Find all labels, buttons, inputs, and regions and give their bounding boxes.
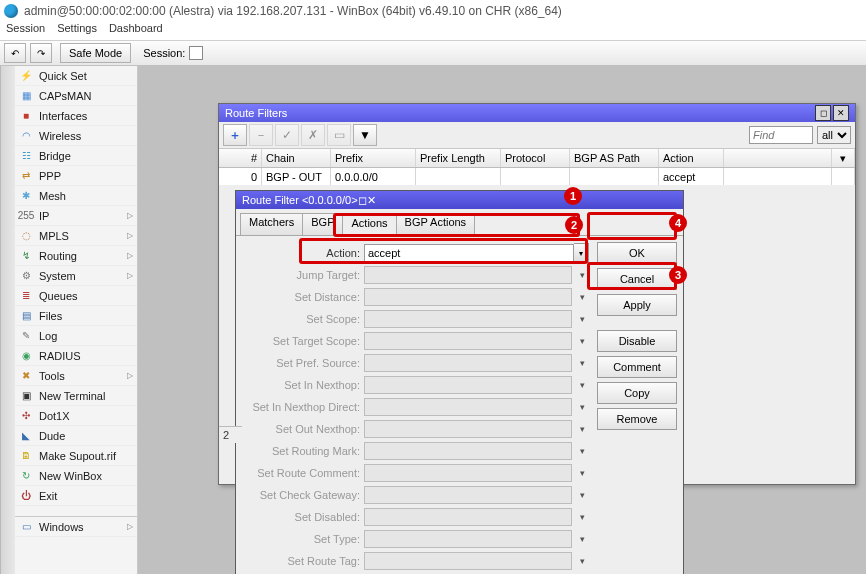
- chevron-down-icon[interactable]: ▾: [574, 243, 589, 263]
- sidebar-item-label: Tools: [39, 370, 65, 382]
- window-restore-icon[interactable]: ◻: [815, 105, 831, 121]
- scope-select[interactable]: all: [817, 126, 851, 144]
- disabled-field: [364, 288, 572, 306]
- remove-button[interactable]: －: [249, 124, 273, 146]
- comment-button[interactable]: Comment: [597, 356, 677, 378]
- form-row: Set In Nexthop Direct:▾: [242, 396, 589, 418]
- dialog-restore-icon[interactable]: ◻: [358, 194, 367, 207]
- sidebar-item-label: CAPsMAN: [39, 90, 92, 102]
- tab-actions[interactable]: Actions: [342, 214, 396, 236]
- expand-icon[interactable]: ▾: [575, 378, 589, 392]
- sidebar-item[interactable]: ▣New Terminal: [15, 386, 137, 406]
- sidebar-icon: ⏻: [19, 489, 33, 503]
- sidebar-item[interactable]: ⇄PPP: [15, 166, 137, 186]
- enable-button[interactable]: ✓: [275, 124, 299, 146]
- sidebar-item[interactable]: ◠Wireless: [15, 126, 137, 146]
- sidebar-item[interactable]: ↯Routing▷: [15, 246, 137, 266]
- route-filters-grid[interactable]: # Chain Prefix Prefix Length Protocol BG…: [219, 149, 855, 186]
- expand-icon[interactable]: ▾: [575, 268, 589, 282]
- apply-button[interactable]: Apply: [597, 294, 677, 316]
- disabled-field: [364, 530, 572, 548]
- form-row: Set In Nexthop:▾: [242, 374, 589, 396]
- sidebar-item[interactable]: ✣Dot1X: [15, 406, 137, 426]
- find-input[interactable]: [749, 126, 813, 144]
- sidebar-item[interactable]: ⚙System▷: [15, 266, 137, 286]
- expand-icon[interactable]: ▾: [575, 444, 589, 458]
- sidebar-item[interactable]: 255IP▷: [15, 206, 137, 226]
- expand-icon[interactable]: ▾: [575, 532, 589, 546]
- menu-settings[interactable]: Settings: [57, 22, 97, 40]
- sidebar-item[interactable]: ↻New WinBox: [15, 466, 137, 486]
- sidebar-item[interactable]: ◉RADIUS: [15, 346, 137, 366]
- sidebar-item[interactable]: ▦CAPsMAN: [15, 86, 137, 106]
- disable-button[interactable]: Disable: [597, 330, 677, 352]
- sidebar-item[interactable]: ◣Dude: [15, 426, 137, 446]
- sidebar-item-label: New Terminal: [39, 390, 105, 402]
- expand-icon[interactable]: ▾: [575, 554, 589, 568]
- sidebar-item[interactable]: ☷Bridge: [15, 146, 137, 166]
- remove-button[interactable]: Remove: [597, 408, 677, 430]
- window-close-icon[interactable]: ✕: [833, 105, 849, 121]
- add-button[interactable]: ＋: [223, 124, 247, 146]
- cancel-button[interactable]: Cancel: [597, 268, 677, 290]
- sidebar-item-label: Windows: [39, 521, 84, 533]
- sidebar-icon: ■: [19, 109, 33, 123]
- tab-matchers[interactable]: Matchers: [240, 213, 303, 235]
- expand-icon[interactable]: ▾: [575, 466, 589, 480]
- action-select[interactable]: accept: [364, 244, 574, 262]
- grid-header: # Chain Prefix Prefix Length Protocol BG…: [219, 149, 855, 168]
- table-row[interactable]: 0 BGP - OUT 0.0.0.0/0 accept: [219, 168, 855, 186]
- sidebar-item[interactable]: ▭Windows▷: [15, 516, 137, 537]
- sidebar-icon: ◣: [19, 429, 33, 443]
- sidebar-item-label: IP: [39, 210, 49, 222]
- form-row: Set Scope:▾: [242, 308, 589, 330]
- expand-icon[interactable]: ▾: [575, 334, 589, 348]
- dialog-close-icon[interactable]: ✕: [367, 194, 376, 207]
- sidebar-icon: 255: [19, 209, 33, 223]
- dialog-title-bar[interactable]: Route Filter <0.0.0.0/0> ◻ ✕: [236, 191, 683, 209]
- comment-button[interactable]: ▭: [327, 124, 351, 146]
- sidebar-item[interactable]: ▤Files: [15, 306, 137, 326]
- app-title: admin@50:00:00:02:00:00 (Alestra) via 19…: [24, 4, 562, 18]
- tab-bgp-actions[interactable]: BGP Actions: [396, 213, 476, 235]
- disabled-field: [364, 486, 572, 504]
- sidebar-item[interactable]: ≣Queues: [15, 286, 137, 306]
- mdi-area: Route Filters ◻ ✕ ＋ － ✓ ✗ ▭ ▼ all #: [138, 66, 866, 574]
- expand-icon[interactable]: ▾: [575, 488, 589, 502]
- sidebar-icon: ⚙: [19, 269, 33, 283]
- sidebar-item[interactable]: ⚡Quick Set: [15, 66, 137, 86]
- sidebar-item[interactable]: ✎Log: [15, 326, 137, 346]
- expand-icon[interactable]: ▾: [575, 422, 589, 436]
- row-count: 2: [219, 426, 242, 443]
- sidebar-item[interactable]: 🗎Make Supout.rif: [15, 446, 137, 466]
- sidebar-item-label: Dude: [39, 430, 65, 442]
- redo-button[interactable]: ↷: [30, 43, 52, 63]
- disabled-field: [364, 376, 572, 394]
- sidebar-item[interactable]: ◌MPLS▷: [15, 226, 137, 246]
- safe-mode-button[interactable]: Safe Mode: [60, 43, 131, 63]
- route-filters-title-bar[interactable]: Route Filters ◻ ✕: [219, 104, 855, 122]
- expand-icon[interactable]: ▾: [575, 510, 589, 524]
- filter-button[interactable]: ▼: [353, 124, 377, 146]
- menu-dashboard[interactable]: Dashboard: [109, 22, 163, 40]
- disabled-field: [364, 354, 572, 372]
- dialog-form: Action: accept ▾ Jump Target:▾Set Distan…: [242, 242, 589, 572]
- undo-button[interactable]: ↶: [4, 43, 26, 63]
- ok-button[interactable]: OK: [597, 242, 677, 264]
- sidebar-item[interactable]: ✱Mesh: [15, 186, 137, 206]
- tab-bgp[interactable]: BGP: [302, 213, 343, 235]
- expand-icon[interactable]: ▾: [575, 290, 589, 304]
- sidebar-item[interactable]: ■Interfaces: [15, 106, 137, 126]
- sidebar-item[interactable]: ✖Tools▷: [15, 366, 137, 386]
- action-field-row: Action: accept ▾: [242, 242, 589, 264]
- sidebar-item-label: Routing: [39, 250, 77, 262]
- sidebar-icon: ◉: [19, 349, 33, 363]
- expand-icon[interactable]: ▾: [575, 356, 589, 370]
- sidebar-item[interactable]: ⏻Exit: [15, 486, 137, 506]
- expand-icon[interactable]: ▾: [575, 400, 589, 414]
- menu-session[interactable]: Session: [6, 22, 45, 40]
- copy-button[interactable]: Copy: [597, 382, 677, 404]
- disable-button[interactable]: ✗: [301, 124, 325, 146]
- expand-icon[interactable]: ▾: [575, 312, 589, 326]
- form-row: Set Pref. Source:▾: [242, 352, 589, 374]
